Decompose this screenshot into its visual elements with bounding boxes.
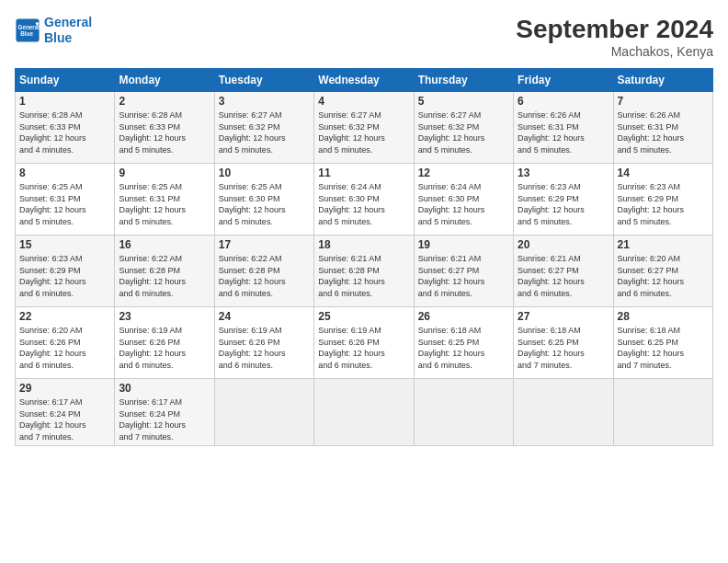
day-info: Sunrise: 6:23 AM Sunset: 6:29 PM Dayligh… [19,253,110,299]
day-info: Sunrise: 6:27 AM Sunset: 6:32 PM Dayligh… [418,109,509,155]
table-row: 3 Sunrise: 6:27 AM Sunset: 6:32 PM Dayli… [214,92,313,164]
table-row: 14 Sunrise: 6:23 AM Sunset: 6:29 PM Dayl… [613,164,712,236]
logo-icon: General Blue [15,17,40,43]
day-info: Sunrise: 6:27 AM Sunset: 6:32 PM Dayligh… [318,109,409,155]
day-number: 11 [318,167,409,179]
day-info: Sunrise: 6:24 AM Sunset: 6:30 PM Dayligh… [418,181,509,227]
day-number: 23 [119,310,210,323]
table-row [314,379,414,446]
header: General Blue General Blue September 2024… [15,15,713,59]
col-saturday: Saturday [613,69,712,92]
col-tuesday: Tuesday [214,69,313,92]
table-row: 15 Sunrise: 6:23 AM Sunset: 6:29 PM Dayl… [16,236,115,307]
day-number: 7 [618,95,709,108]
calendar-row: 29 Sunrise: 6:17 AM Sunset: 6:24 PM Dayl… [16,379,713,446]
logo: General Blue General Blue [15,15,92,46]
title-area: September 2024 Machakos, Kenya [516,15,713,59]
table-row [613,379,712,446]
calendar-header-row: Sunday Monday Tuesday Wednesday Thursday… [16,69,713,92]
day-info: Sunrise: 6:20 AM Sunset: 6:27 PM Dayligh… [618,253,709,299]
day-number: 22 [19,310,110,323]
day-info: Sunrise: 6:17 AM Sunset: 6:24 PM Dayligh… [19,396,110,442]
day-number: 15 [19,238,110,251]
day-info: Sunrise: 6:26 AM Sunset: 6:31 PM Dayligh… [518,109,609,155]
day-number: 6 [518,95,609,108]
day-number: 3 [219,95,310,108]
day-number: 4 [318,95,409,108]
day-number: 21 [618,238,709,251]
day-info: Sunrise: 6:28 AM Sunset: 6:33 PM Dayligh… [19,109,110,155]
table-row: 25 Sunrise: 6:19 AM Sunset: 6:26 PM Dayl… [314,307,414,379]
col-sunday: Sunday [16,69,115,92]
table-row: 6 Sunrise: 6:26 AM Sunset: 6:31 PM Dayli… [514,92,613,164]
day-info: Sunrise: 6:27 AM Sunset: 6:32 PM Dayligh… [219,109,310,155]
day-info: Sunrise: 6:24 AM Sunset: 6:30 PM Dayligh… [318,181,409,227]
day-info: Sunrise: 6:23 AM Sunset: 6:29 PM Dayligh… [518,181,609,227]
day-number: 20 [518,238,609,251]
table-row: 30 Sunrise: 6:17 AM Sunset: 6:24 PM Dayl… [115,379,214,446]
table-row: 24 Sunrise: 6:19 AM Sunset: 6:26 PM Dayl… [214,307,313,379]
day-number: 16 [119,238,210,251]
day-number: 12 [418,167,509,179]
day-info: Sunrise: 6:18 AM Sunset: 6:25 PM Dayligh… [618,325,709,371]
day-number: 13 [518,167,609,179]
table-row: 8 Sunrise: 6:25 AM Sunset: 6:31 PM Dayli… [16,164,115,236]
calendar-row: 15 Sunrise: 6:23 AM Sunset: 6:29 PM Dayl… [16,236,713,307]
table-row: 18 Sunrise: 6:21 AM Sunset: 6:28 PM Dayl… [314,236,414,307]
day-info: Sunrise: 6:17 AM Sunset: 6:24 PM Dayligh… [119,396,210,442]
svg-text:Blue: Blue [20,30,33,37]
table-row [514,379,613,446]
table-row: 2 Sunrise: 6:28 AM Sunset: 6:33 PM Dayli… [115,92,214,164]
day-info: Sunrise: 6:21 AM Sunset: 6:27 PM Dayligh… [418,253,509,299]
table-row: 10 Sunrise: 6:25 AM Sunset: 6:30 PM Dayl… [214,164,313,236]
day-info: Sunrise: 6:18 AM Sunset: 6:25 PM Dayligh… [418,325,509,371]
day-number: 25 [318,310,409,323]
calendar-row: 22 Sunrise: 6:20 AM Sunset: 6:26 PM Dayl… [16,307,713,379]
table-row: 16 Sunrise: 6:22 AM Sunset: 6:28 PM Dayl… [115,236,214,307]
logo-line2: Blue [44,30,72,45]
day-number: 30 [119,382,210,395]
col-monday: Monday [115,69,214,92]
day-info: Sunrise: 6:28 AM Sunset: 6:33 PM Dayligh… [119,109,210,155]
table-row [414,379,513,446]
day-number: 14 [618,167,709,179]
logo-line1: General [44,15,92,29]
logo-text: General Blue [44,15,92,46]
day-info: Sunrise: 6:21 AM Sunset: 6:27 PM Dayligh… [518,253,609,299]
day-number: 29 [19,382,110,395]
day-number: 27 [518,310,609,323]
col-thursday: Thursday [414,69,513,92]
table-row: 17 Sunrise: 6:22 AM Sunset: 6:28 PM Dayl… [214,236,313,307]
table-row: 13 Sunrise: 6:23 AM Sunset: 6:29 PM Dayl… [514,164,613,236]
day-info: Sunrise: 6:19 AM Sunset: 6:26 PM Dayligh… [219,325,310,371]
day-info: Sunrise: 6:25 AM Sunset: 6:31 PM Dayligh… [119,181,210,227]
day-info: Sunrise: 6:22 AM Sunset: 6:28 PM Dayligh… [219,253,310,299]
location-title: Machakos, Kenya [516,44,713,59]
table-row: 29 Sunrise: 6:17 AM Sunset: 6:24 PM Dayl… [16,379,115,446]
day-info: Sunrise: 6:22 AM Sunset: 6:28 PM Dayligh… [119,253,210,299]
table-row: 22 Sunrise: 6:20 AM Sunset: 6:26 PM Dayl… [16,307,115,379]
table-row: 1 Sunrise: 6:28 AM Sunset: 6:33 PM Dayli… [16,92,115,164]
day-number: 2 [119,95,210,108]
day-info: Sunrise: 6:19 AM Sunset: 6:26 PM Dayligh… [119,325,210,371]
table-row: 21 Sunrise: 6:20 AM Sunset: 6:27 PM Dayl… [613,236,712,307]
day-number: 24 [219,310,310,323]
day-number: 17 [219,238,310,251]
month-title: September 2024 [516,15,713,44]
day-number: 10 [219,167,310,179]
table-row: 5 Sunrise: 6:27 AM Sunset: 6:32 PM Dayli… [414,92,513,164]
day-info: Sunrise: 6:25 AM Sunset: 6:31 PM Dayligh… [19,181,110,227]
day-number: 18 [318,238,409,251]
table-row: 28 Sunrise: 6:18 AM Sunset: 6:25 PM Dayl… [613,307,712,379]
day-number: 8 [19,167,110,179]
day-number: 19 [418,238,509,251]
day-number: 5 [418,95,509,108]
table-row: 4 Sunrise: 6:27 AM Sunset: 6:32 PM Dayli… [314,92,414,164]
table-row: 7 Sunrise: 6:26 AM Sunset: 6:31 PM Dayli… [613,92,712,164]
day-number: 1 [19,95,110,108]
table-row [214,379,313,446]
day-number: 9 [119,167,210,179]
table-row: 12 Sunrise: 6:24 AM Sunset: 6:30 PM Dayl… [414,164,513,236]
table-row: 20 Sunrise: 6:21 AM Sunset: 6:27 PM Dayl… [514,236,613,307]
calendar-row: 8 Sunrise: 6:25 AM Sunset: 6:31 PM Dayli… [16,164,713,236]
